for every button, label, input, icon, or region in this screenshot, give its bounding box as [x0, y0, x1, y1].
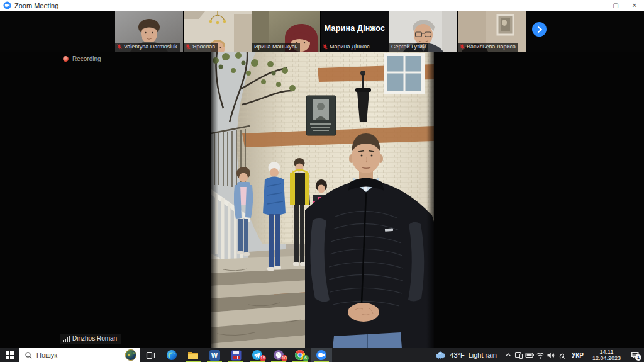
recording-label: Recording: [72, 55, 101, 62]
task-view-icon: [146, 351, 155, 360]
chrome-app[interactable]: 6: [289, 348, 311, 362]
wifi-icon: [536, 351, 545, 359]
participant-name-label: Valentyna Darmosiuk: [115, 43, 180, 52]
active-speaker-label: Dinzhos Roman: [60, 334, 121, 344]
edge-icon: [166, 349, 177, 361]
participant-name: Ирина Манькусь: [254, 43, 297, 50]
participant-name-label: Сергей Гузий: [389, 43, 428, 52]
battery-icon: [525, 351, 535, 359]
notification-count-badge: 1: [635, 354, 641, 361]
mic-off-icon: [460, 44, 465, 50]
clock-time: 14:11: [592, 349, 621, 355]
meeting-stage: Recording: [0, 52, 644, 348]
language-indicator[interactable]: УКР: [567, 348, 588, 362]
file-explorer-icon: [187, 351, 199, 360]
wifi-tray-item[interactable]: [535, 348, 546, 362]
chevron-up-icon: [504, 351, 512, 359]
battery-tray-item[interactable]: [525, 348, 535, 362]
next-participants-button[interactable]: [532, 22, 547, 37]
participant-name-label: Ярослав: [184, 43, 218, 52]
mic-off-icon: [323, 44, 328, 50]
participant-tile-yaroslav[interactable]: Ярослав: [184, 11, 252, 52]
telegram-badge: 15: [260, 355, 266, 361]
taskbar-search[interactable]: [19, 348, 140, 362]
weather-condition: Light rain: [469, 351, 497, 359]
viber-app[interactable]: 10: [268, 348, 289, 362]
participant-tile-maryna[interactable]: Марина Дінжос Марина Дінжос: [321, 11, 389, 52]
pinned-apps: W 15: [140, 348, 332, 362]
recording-dot-icon: [63, 56, 69, 62]
window-title: Zoom Meeting: [14, 2, 58, 9]
maximize-button[interactable]: ▢: [606, 0, 625, 11]
word-letter: W: [211, 351, 218, 359]
tray-overflow-button[interactable]: [503, 348, 514, 362]
chevron-right-icon: [536, 26, 543, 33]
title-bar: Zoom Meeting – ▢ ✕: [0, 0, 644, 11]
participant-name: Марина Дінжос: [330, 43, 370, 50]
word-app[interactable]: W: [204, 348, 225, 362]
participant-tile-iryna[interactable]: Ирина Манькусь: [252, 11, 321, 52]
participant-tile-valentyna[interactable]: Valentyna Darmosiuk: [115, 11, 184, 52]
taskbar-clock[interactable]: 14:11 12.04.2023: [588, 348, 625, 362]
participant-name: Valentyna Darmosiuk: [124, 43, 177, 50]
windows-taskbar: W 15: [0, 348, 644, 362]
mic-off-icon: [186, 44, 191, 50]
diskette-app[interactable]: [225, 348, 247, 362]
device-icon: [514, 351, 523, 359]
minimize-button[interactable]: –: [587, 0, 606, 11]
participant-name-label: Васильева Лариса: [458, 43, 518, 52]
your-phone-tray-item[interactable]: [514, 348, 525, 362]
participant-tile-sergey[interactable]: Сергей Гузий: [389, 11, 458, 52]
recording-indicator: Recording: [63, 55, 101, 62]
zoom-app-icon: [3, 1, 11, 9]
zoom-taskbar-app[interactable]: [311, 348, 332, 362]
participant-name: Васильева Лариса: [467, 43, 516, 50]
telegram-app[interactable]: 15: [247, 348, 268, 362]
speaker-icon: [547, 351, 555, 359]
start-button[interactable]: [0, 348, 19, 362]
system-tray: [503, 348, 567, 362]
participant-tiles: Valentyna Darmosiuk: [115, 11, 526, 52]
search-input[interactable]: [36, 351, 112, 359]
language-code: УКР: [572, 352, 584, 359]
windows-logo-icon: [6, 351, 14, 359]
word-icon: W: [209, 350, 220, 361]
participants-strip: Valentyna Darmosiuk: [0, 11, 644, 52]
close-button[interactable]: ✕: [625, 0, 644, 11]
participant-display-name: Марина Дінжос: [321, 24, 389, 33]
zoom-icon: [316, 349, 327, 361]
weather-temperature: 43°F: [450, 351, 464, 359]
participant-name-label: Марина Дінжос: [321, 43, 372, 52]
ink-workspace-tray-item[interactable]: [557, 348, 567, 362]
mic-off-icon: [117, 44, 122, 50]
search-highlight-globe-icon[interactable]: [125, 349, 136, 361]
ink-pen-icon: [558, 351, 566, 359]
edge-app[interactable]: [161, 348, 182, 362]
zoom-meeting-window: Zoom Meeting – ▢ ✕: [0, 0, 644, 362]
active-speaker-video[interactable]: [211, 52, 434, 348]
task-view-button[interactable]: [140, 348, 161, 362]
participant-name-label: Ирина Манькусь: [252, 43, 300, 52]
participant-name: Сергей Гузий: [391, 43, 426, 50]
search-icon: [25, 352, 32, 359]
participant-tile-vasylieva[interactable]: Васильева Лариса: [458, 11, 526, 52]
rain-cloud-icon: [435, 351, 446, 359]
diskette-app-icon: [231, 350, 242, 361]
window-controls: – ▢ ✕: [587, 0, 644, 11]
audio-signal-icon: [63, 336, 70, 342]
action-center-button[interactable]: 1: [625, 348, 644, 362]
taskbar-spacer: [332, 348, 429, 362]
clock-date: 12.04.2023: [592, 355, 621, 361]
volume-tray-item[interactable]: [546, 348, 557, 362]
viber-badge: 10: [281, 355, 287, 361]
file-explorer-app[interactable]: [182, 348, 204, 362]
active-speaker-name: Dinzhos Roman: [72, 335, 117, 342]
weather-widget[interactable]: 43°F Light rain: [429, 348, 503, 362]
speaker-video-scene: [211, 52, 434, 348]
chrome-badge: 6: [303, 355, 309, 361]
participant-name: Ярослав: [192, 43, 215, 50]
